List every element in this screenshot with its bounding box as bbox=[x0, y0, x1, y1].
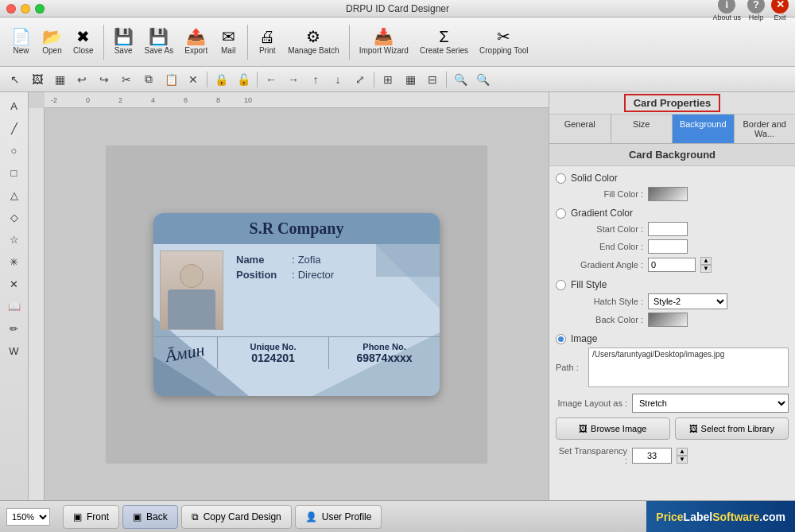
delete-btn[interactable]: ✕ bbox=[183, 69, 204, 90]
mail-button[interactable]: ✉ Mail bbox=[214, 25, 242, 58]
cut-btn[interactable]: ✂ bbox=[116, 69, 137, 90]
select-tool[interactable]: ↖ bbox=[5, 69, 25, 90]
table-btn[interactable]: ⊟ bbox=[422, 69, 443, 90]
angle-decrement[interactable]: ▼ bbox=[700, 265, 712, 273]
image-icon: 🖼 bbox=[32, 73, 43, 86]
hatch-style-select[interactable]: Style-2 Style-1 Style-3 bbox=[648, 293, 727, 309]
paste-btn[interactable]: 📋 bbox=[161, 69, 181, 90]
unlock-btn[interactable]: 🔓 bbox=[233, 69, 254, 90]
canvas-area: -2 0 2 4 6 8 10 bbox=[29, 92, 549, 500]
library-icon: 🖼 bbox=[689, 424, 698, 433]
lock-btn[interactable]: 🔒 bbox=[211, 69, 231, 90]
start-color-swatch[interactable] bbox=[648, 222, 688, 236]
import-wizard-button[interactable]: 📥 Import Wizard bbox=[355, 25, 413, 58]
exit-button[interactable]: ✕ Exit bbox=[771, 0, 789, 21]
rect-tool[interactable]: □ bbox=[3, 162, 25, 183]
fill-color-label: Fill Color : bbox=[572, 189, 643, 199]
angle-increment[interactable]: ▲ bbox=[700, 257, 712, 265]
undo-btn[interactable]: ↩ bbox=[72, 69, 92, 90]
close-button[interactable]: ✖ Close bbox=[68, 25, 99, 58]
image-row: Image bbox=[556, 333, 789, 344]
id-card[interactable]: S.R Company Name bbox=[153, 213, 440, 396]
panel-section-title: Card Background bbox=[549, 144, 795, 166]
end-color-row: End Color : bbox=[572, 239, 789, 254]
canvas-background[interactable]: S.R Company Name bbox=[106, 146, 487, 464]
close-window-button[interactable] bbox=[6, 4, 16, 14]
arrow-left-btn[interactable]: ← bbox=[261, 69, 281, 90]
back-color-swatch[interactable] bbox=[648, 313, 688, 327]
arrow-up-btn[interactable]: ↑ bbox=[305, 69, 326, 90]
diamond-tool[interactable]: ◇ bbox=[3, 207, 25, 227]
image-layout-select[interactable]: Stretch Tile Center Zoom bbox=[632, 394, 789, 413]
tab-size[interactable]: Size bbox=[611, 115, 673, 143]
zoom-out-btn[interactable]: 🔍 bbox=[472, 69, 493, 90]
copy-btn[interactable]: ⧉ bbox=[138, 69, 159, 90]
tab-background[interactable]: Background bbox=[673, 115, 735, 143]
grid-4-btn[interactable]: ⊞ bbox=[378, 69, 398, 90]
image-radio[interactable] bbox=[556, 334, 566, 344]
front-button[interactable]: ▣ Front bbox=[63, 505, 119, 529]
save-as-label: Save As bbox=[145, 46, 174, 55]
maximize-window-button[interactable] bbox=[35, 4, 45, 14]
panel-title: Card Properties bbox=[624, 94, 721, 112]
about-button[interactable]: i About us bbox=[712, 0, 741, 21]
help-button[interactable]: ? Help bbox=[747, 0, 765, 21]
copy-card-design-button[interactable]: ⧉ Copy Card Design bbox=[181, 505, 292, 529]
print-icon: 🖨 bbox=[259, 29, 275, 45]
fill-style-group: Fill Style Hatch Style : Style-2 Style-1… bbox=[556, 279, 789, 327]
cropping-tool-button[interactable]: ✂ Cropping Tool bbox=[475, 25, 533, 58]
pen-tool[interactable]: ✏ bbox=[3, 318, 25, 339]
format-sep-1 bbox=[207, 72, 207, 87]
move-btn[interactable]: ⤢ bbox=[350, 69, 370, 90]
position-label: Position bbox=[236, 269, 292, 281]
back-button[interactable]: ▣ Back bbox=[122, 505, 178, 529]
fill-style-radio[interactable] bbox=[556, 280, 566, 290]
path-value: /Users/taruntyagi/Desktop/images.jpg bbox=[588, 348, 789, 387]
tab-general[interactable]: General bbox=[549, 115, 611, 143]
minimize-window-button[interactable] bbox=[21, 4, 30, 14]
browse-image-button[interactable]: 🖼 Browse Image bbox=[556, 417, 670, 440]
arrow-right-btn[interactable]: → bbox=[283, 69, 304, 90]
image-tool[interactable]: 🖼 bbox=[27, 69, 48, 90]
cross-tool[interactable]: ✕ bbox=[3, 274, 25, 294]
tab-border[interactable]: Border and Wa... bbox=[735, 115, 796, 143]
circle-tool[interactable]: ○ bbox=[3, 140, 25, 161]
gradient-angle-input[interactable] bbox=[648, 258, 696, 272]
print-label: Print bbox=[259, 46, 276, 55]
transparency-increment[interactable]: ▲ bbox=[677, 448, 688, 456]
snowflake-tool[interactable]: ✳ bbox=[3, 251, 25, 272]
user-profile-button[interactable]: 👤 User Profile bbox=[295, 505, 382, 529]
format-sep-3 bbox=[374, 72, 374, 87]
barcode-tool[interactable]: ▦ bbox=[49, 69, 70, 90]
zoom-select[interactable]: 150% 100% 75% 50% bbox=[6, 508, 50, 526]
create-series-label: Create Series bbox=[420, 46, 468, 55]
solid-color-radio[interactable] bbox=[556, 173, 566, 184]
triangle-tool[interactable]: △ bbox=[3, 184, 25, 205]
fill-color-swatch[interactable] bbox=[648, 187, 688, 201]
create-series-button[interactable]: Σ Create Series bbox=[415, 25, 473, 58]
transparency-decrement[interactable]: ▼ bbox=[677, 456, 688, 464]
star-tool[interactable]: ☆ bbox=[3, 229, 25, 250]
print-button[interactable]: 🖨 Print bbox=[253, 25, 281, 58]
book-tool[interactable]: 📖 bbox=[3, 296, 25, 316]
end-color-swatch[interactable] bbox=[648, 239, 688, 254]
front-icon: ▣ bbox=[73, 511, 82, 522]
arrow-down-btn[interactable]: ↓ bbox=[328, 69, 348, 90]
gradient-color-radio[interactable] bbox=[556, 208, 566, 219]
text-tool[interactable]: A bbox=[3, 95, 25, 116]
open-button[interactable]: 📂 Open bbox=[37, 25, 67, 58]
zoom-in-btn[interactable]: 🔍 bbox=[450, 69, 471, 90]
transparency-input[interactable] bbox=[632, 448, 672, 464]
redo-btn[interactable]: ↪ bbox=[94, 69, 114, 90]
select-from-library-button[interactable]: 🖼 Select from Library bbox=[675, 417, 789, 440]
export-button[interactable]: 📤 Export bbox=[180, 25, 212, 58]
import-wizard-icon: 📥 bbox=[374, 29, 394, 45]
grid-btn[interactable]: ▦ bbox=[400, 69, 421, 90]
line-tool[interactable]: ╱ bbox=[3, 118, 25, 138]
table-insert-tool[interactable]: W bbox=[3, 340, 25, 361]
save-as-button[interactable]: 💾 Save As bbox=[140, 25, 179, 58]
new-button[interactable]: 📄 New bbox=[6, 25, 36, 58]
manage-batch-button[interactable]: ⚙ Manage Batch bbox=[283, 25, 344, 58]
delete-icon: ✕ bbox=[188, 73, 198, 86]
save-button[interactable]: 💾 Save bbox=[109, 25, 138, 58]
